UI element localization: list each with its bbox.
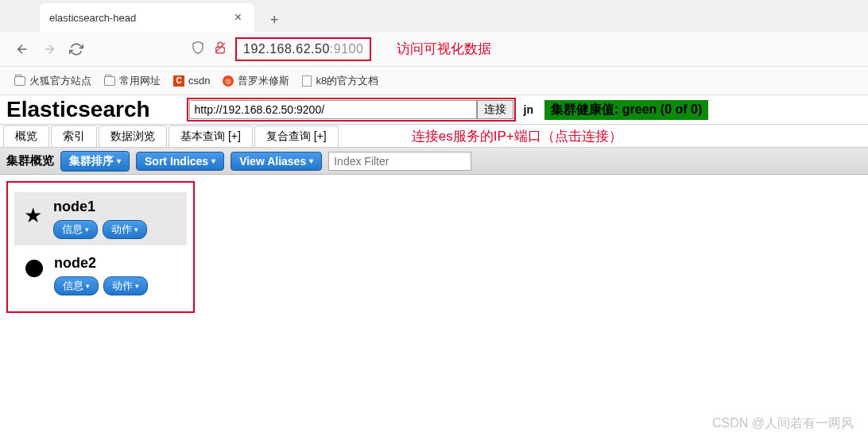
index-filter-input[interactable] — [328, 152, 471, 171]
browser-tab[interactable]: elasticsearch-head × — [40, 3, 254, 32]
master-star-icon: ★ — [24, 203, 42, 228]
url-host: 192.168.62.50 — [243, 42, 330, 56]
node-circle-icon — [25, 260, 43, 277]
node-info-button[interactable]: 信息 — [53, 220, 98, 239]
connect-url-input[interactable] — [189, 100, 477, 119]
annotation-access: 访问可视化数据 — [397, 40, 491, 58]
bookmark-item[interactable]: 火狐官方站点 — [14, 74, 91, 88]
tab-compound-query[interactable]: 复合查询 — [254, 125, 339, 147]
bookmark-item[interactable]: ◎普罗米修斯 — [223, 74, 289, 88]
folder-icon — [104, 76, 115, 86]
annotation-connect: 连接es服务的IP+端口（点击连接） — [412, 127, 622, 145]
address-bar[interactable]: 192.168.62.50:9100 — [235, 37, 371, 61]
node-action-button[interactable]: 动作 — [103, 276, 148, 295]
insecure-lock-icon[interactable] — [213, 41, 227, 57]
doc-icon — [302, 75, 312, 87]
node-name: node1 — [53, 199, 147, 215]
node-info-button[interactable]: 信息 — [54, 276, 99, 295]
bookmarks-bar: 火狐官方站点 常用网址 Ccsdn ◎普罗米修斯 k8的官方文档 — [0, 67, 868, 95]
node-row: node2 信息 动作 — [14, 249, 187, 302]
cluster-name: jn — [524, 103, 533, 116]
node-row: ★ node1 信息 动作 — [14, 192, 187, 245]
tab-overview[interactable]: 概览 — [3, 125, 49, 147]
bookmark-item[interactable]: Ccsdn — [173, 75, 210, 87]
folder-icon — [14, 76, 25, 86]
back-icon[interactable] — [14, 41, 30, 57]
es-logo: Elasticsearch — [6, 97, 150, 122]
connect-box: 连接 — [187, 98, 516, 122]
close-icon[interactable]: × — [231, 10, 245, 25]
view-aliases-button[interactable]: View Aliases — [231, 152, 322, 171]
node-name: node2 — [54, 255, 148, 272]
section-label: 集群概览 — [6, 153, 54, 168]
sort-cluster-button[interactable]: 集群排序 — [60, 151, 130, 172]
es-header: Elasticsearch 连接 jn 集群健康值: green (0 of 0… — [0, 95, 868, 124]
connect-button[interactable]: 连接 — [477, 100, 513, 119]
browser-tab-bar: elasticsearch-head × + — [0, 0, 868, 32]
url-port: :9100 — [330, 42, 364, 56]
shield-icon[interactable] — [191, 41, 205, 57]
tab-basic-query[interactable]: 基本查询 — [169, 125, 253, 147]
browser-nav-bar: 192.168.62.50:9100 访问可视化数据 — [0, 32, 868, 67]
bookmark-item[interactable]: k8的官方文档 — [302, 74, 378, 88]
cluster-toolbar: 集群概览 集群排序 Sort Indices View Aliases — [0, 148, 868, 175]
new-tab-button[interactable]: + — [264, 9, 285, 32]
prometheus-icon: ◎ — [223, 75, 234, 87]
forward-icon — [41, 41, 57, 57]
tab-browser[interactable]: 数据浏览 — [99, 125, 167, 147]
node-action-button[interactable]: 动作 — [103, 220, 147, 239]
app-tabs: 概览 索引 数据浏览 基本查询 复合查询 连接es服务的IP+端口（点击连接） — [0, 124, 868, 148]
reload-icon[interactable] — [68, 41, 84, 57]
sort-indices-button[interactable]: Sort Indices — [136, 152, 224, 171]
health-badge: 集群健康值: green (0 of 0) — [544, 100, 708, 120]
bookmark-item[interactable]: 常用网址 — [104, 74, 161, 88]
nodes-area: ★ node1 信息 动作 node2 信息 动作 — [6, 181, 195, 313]
tab-indices[interactable]: 索引 — [51, 125, 97, 147]
csdn-icon: C — [173, 75, 184, 87]
tab-title: elasticsearch-head — [49, 12, 136, 24]
